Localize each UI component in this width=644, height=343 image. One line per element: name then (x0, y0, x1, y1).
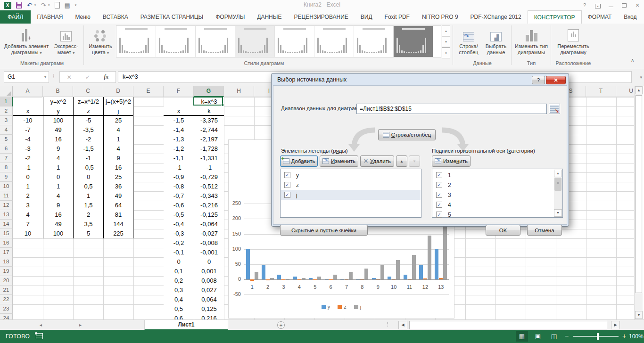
cell-D8[interactable]: 16 (103, 163, 133, 172)
cell-G15[interactable]: -0,027 (194, 229, 224, 238)
row-header-4[interactable]: 4 (0, 125, 13, 135)
col-header-T[interactable]: T (586, 86, 616, 97)
cell-B2[interactable]: y (43, 106, 73, 116)
cell-A8[interactable]: -1 (13, 163, 43, 172)
cell-C13[interactable]: 2 (73, 210, 103, 220)
cell-A11[interactable]: 2 (13, 191, 43, 201)
cell-A7[interactable]: -2 (13, 154, 43, 163)
name-box-dropdown-icon[interactable]: ▾ (44, 72, 46, 82)
chart-bar-y-3[interactable] (277, 275, 281, 279)
chart-style-thumbnail-5[interactable] (275, 26, 314, 57)
cell-B6[interactable]: 9 (43, 144, 73, 154)
range-picker-icon[interactable]: ➘ (549, 104, 560, 114)
series-item-j[interactable]: ✓j (281, 190, 421, 200)
dialog-close-icon[interactable]: ✕ (546, 76, 566, 84)
chart-bar-j-2[interactable] (270, 278, 274, 279)
cell-B9[interactable]: 0 (43, 172, 73, 182)
cell-B7[interactable]: 4 (43, 154, 73, 163)
add-chart-element-button[interactable]: + Добавить элементдиаграммы ▾ (3, 25, 50, 58)
cell-A13[interactable]: 4 (13, 210, 43, 220)
cell-F8[interactable]: -1 (164, 163, 194, 172)
cell-G22[interactable]: 0,064 (194, 295, 224, 304)
cell-D14[interactable]: 144 (103, 220, 133, 229)
cell-B15[interactable]: 100 (43, 229, 73, 238)
cell-B14[interactable]: 49 (43, 220, 73, 229)
row-header-21[interactable]: 21 (0, 286, 13, 295)
row-header-19[interactable]: 19 (0, 267, 13, 276)
move-series-up-button[interactable]: ▲ (396, 155, 407, 167)
col-header-U[interactable]: U (616, 86, 634, 97)
category-item-5[interactable]: ✓5 (433, 210, 562, 220)
chart-bar-y-6[interactable] (325, 279, 329, 279)
cell-C6[interactable]: -1,5 (73, 144, 103, 154)
dialog-help-icon[interactable]: ? (532, 76, 545, 84)
cell-G14[interactable]: -0,064 (194, 220, 224, 229)
col-header-E[interactable]: E (133, 86, 164, 97)
category-item-1[interactable]: ✓1 (433, 170, 562, 180)
checkbox-icon[interactable]: ✓ (436, 212, 442, 218)
ribbon-tab-5[interactable]: ФОРМУЛЫ (209, 10, 251, 24)
cell-C9[interactable]: 0 (73, 172, 103, 182)
select-data-button[interactable]: ▟ Выбратьданные (483, 25, 509, 58)
chart-bar-y-8[interactable] (356, 279, 360, 279)
chart-bar-y-4[interactable] (293, 277, 297, 279)
cell-D10[interactable]: 36 (103, 182, 133, 191)
legend-item-y[interactable]: y (322, 304, 330, 310)
cell-F15[interactable]: -0,3 (164, 229, 194, 238)
tab-splitter[interactable]: ⁞ (387, 321, 388, 328)
cell-B13[interactable]: 16 (43, 210, 73, 220)
hscroll-left-icon[interactable]: ◀ (398, 321, 407, 329)
cell-F24[interactable]: 0,6 (164, 314, 194, 319)
legend-entries-list[interactable]: ✓y✓z✓j (280, 169, 421, 218)
cell-D6[interactable]: 4 (103, 144, 133, 154)
close-icon[interactable]: ✕ (631, 0, 644, 10)
chart-bar-j-11[interactable] (412, 255, 416, 279)
gallery-more-icon[interactable]: ▾ (442, 47, 450, 58)
chart-legend[interactable]: yzj (229, 304, 454, 310)
cell-F19[interactable]: 0,1 (164, 267, 194, 276)
row-header-14[interactable]: 14 (0, 220, 13, 229)
cell-G8[interactable]: -1 (194, 163, 224, 172)
chart-style-thumbnail-4[interactable] (235, 26, 275, 57)
chart-style-thumbnail-1[interactable] (116, 26, 156, 57)
row-header-15[interactable]: 15 (0, 229, 13, 238)
dialog-title-bar[interactable]: Выбор источника данных ? ✕ (273, 75, 567, 85)
quick-layout-button[interactable]: Экспресс-макет ▾ (51, 25, 81, 58)
chart-bar-j-7[interactable] (349, 272, 353, 279)
cell-G20[interactable]: 0,008 (194, 276, 224, 286)
cell-G16[interactable]: -0,008 (194, 238, 224, 248)
cell-A3[interactable]: -10 (13, 116, 43, 125)
page-break-view-icon[interactable]: ◫ (548, 331, 560, 342)
cell-F7[interactable]: -1,1 (164, 154, 194, 163)
chart-style-thumbnail-3[interactable] (196, 26, 235, 57)
chart-bar-z-2[interactable] (266, 279, 270, 280)
row-header-5[interactable]: 5 (0, 135, 13, 144)
checkbox-icon[interactable]: ✓ (436, 172, 442, 178)
ok-button[interactable]: OK (486, 225, 520, 236)
cell-C12[interactable]: 1,5 (73, 201, 103, 210)
chart-bar-z-4[interactable] (297, 279, 301, 280)
change-chart-type-button[interactable]: Изменить типдиаграммы (514, 25, 549, 58)
chart-bar-z-5[interactable] (313, 279, 317, 280)
cell-G6[interactable]: -1,728 (194, 144, 224, 154)
move-chart-button[interactable]: Переместитьдиаграмму (553, 25, 593, 58)
cell-G23[interactable]: 0,125 (194, 304, 224, 314)
cell-A12[interactable]: 3 (13, 201, 43, 210)
new-sheet-icon[interactable]: + (277, 321, 285, 329)
cell-D1[interactable]: j=(x+5)^2 (103, 97, 133, 106)
checkbox-icon[interactable]: ✓ (436, 202, 442, 208)
ribbon-tab-1[interactable]: ГЛАВНАЯ (31, 10, 69, 24)
cell-G9[interactable]: -0,729 (194, 172, 224, 182)
cell-F13[interactable]: -0,5 (164, 210, 194, 220)
cell-B12[interactable]: 9 (43, 201, 73, 210)
cell-B11[interactable]: 4 (43, 191, 73, 201)
cell-F22[interactable]: 0,4 (164, 295, 194, 304)
chart-bar-y-13[interactable] (435, 249, 438, 279)
chart-bar-j-3[interactable] (286, 279, 289, 279)
chart-bar-y-11[interactable] (404, 275, 407, 279)
cell-D11[interactable]: 49 (103, 191, 133, 201)
row-header-7[interactable]: 7 (0, 154, 13, 163)
cell-F10[interactable]: -0,8 (164, 182, 194, 191)
vertical-scrollbar[interactable]: ▲ ▼ (634, 86, 643, 319)
cell-B10[interactable]: 1 (43, 182, 73, 191)
